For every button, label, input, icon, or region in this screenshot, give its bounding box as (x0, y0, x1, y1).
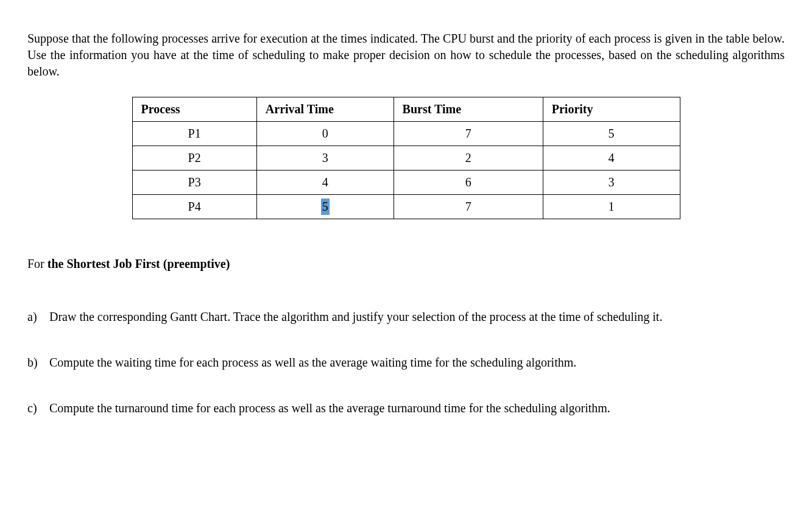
table-header-row: Process Arrival Time Burst Time Priority (132, 97, 680, 122)
cell-burst: 7 (394, 122, 543, 146)
cell-burst: 7 (394, 195, 543, 219)
cell-priority: 3 (543, 171, 680, 195)
cell-arrival: 3 (256, 146, 394, 171)
header-process: Process (132, 97, 256, 122)
cell-process: P3 (132, 171, 256, 195)
cell-priority: 1 (543, 195, 680, 219)
intro-paragraph: Suppose that the following processes arr… (27, 30, 785, 80)
question-label: a) (27, 309, 49, 325)
cell-arrival: 5 (256, 195, 394, 219)
cell-burst: 6 (394, 171, 543, 195)
cell-process: P4 (132, 195, 256, 219)
question-c: c) Compute the turnaround time for each … (27, 400, 785, 417)
cell-arrival: 4 (256, 171, 394, 195)
table-row: P1 0 7 5 (132, 122, 680, 146)
header-priority: Priority (543, 97, 680, 122)
section-bold: the Shortest Job First (preemptive) (48, 257, 230, 270)
section-prefix: For (27, 257, 48, 270)
cell-priority: 4 (543, 146, 680, 171)
table-row: P3 4 6 3 (132, 171, 680, 195)
cell-priority: 5 (543, 122, 680, 146)
cell-burst: 2 (394, 146, 543, 171)
cell-arrival: 0 (256, 122, 394, 146)
table-row: P2 3 2 4 (132, 146, 680, 171)
question-list: a) Draw the corresponding Gantt Chart. T… (27, 309, 785, 417)
highlighted-value: 5 (321, 199, 330, 215)
question-text: Compute the waiting time for each proces… (49, 354, 785, 371)
cell-process: P2 (132, 146, 256, 171)
question-text: Compute the turnaround time for each pro… (49, 400, 785, 417)
table-row: P4 5 7 1 (132, 195, 680, 219)
cell-process: P1 (132, 122, 256, 146)
question-text: Draw the corresponding Gantt Chart. Trac… (49, 309, 785, 325)
question-a: a) Draw the corresponding Gantt Chart. T… (27, 309, 785, 325)
question-b: b) Compute the waiting time for each pro… (27, 354, 785, 371)
header-burst: Burst Time (394, 97, 543, 122)
process-table: Process Arrival Time Burst Time Priority… (132, 97, 680, 219)
question-label: c) (27, 400, 49, 417)
question-label: b) (27, 354, 49, 371)
section-title: For the Shortest Job First (preemptive) (27, 256, 785, 272)
header-arrival: Arrival Time (256, 97, 394, 122)
